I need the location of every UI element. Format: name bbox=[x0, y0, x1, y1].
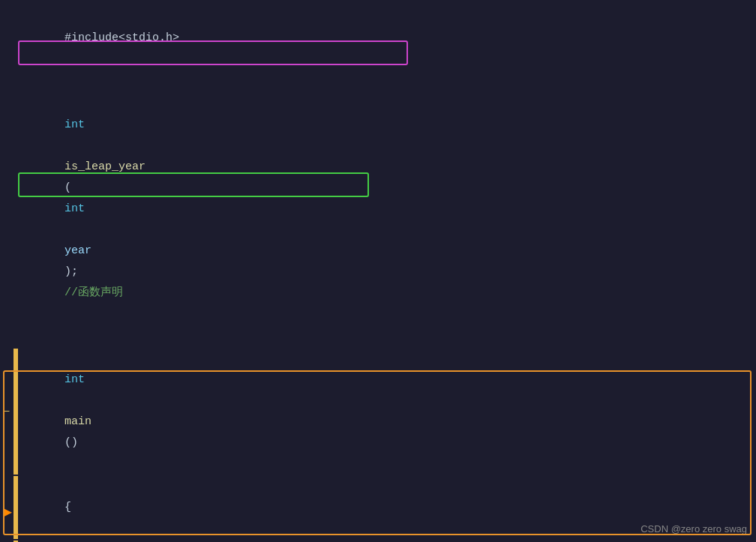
stripe-6 bbox=[14, 476, 18, 539]
stripe-1 bbox=[14, 7, 18, 70]
stripe-5 bbox=[14, 349, 18, 475]
fn-leap-1: is_leap_year bbox=[64, 160, 146, 173]
line-content-2 bbox=[20, 71, 31, 92]
line-content-1: #include<stdio.h> bbox=[20, 7, 179, 70]
arrow-indicator: ▶ bbox=[3, 502, 12, 521]
gutter-5: − bbox=[0, 406, 14, 418]
code-line-3: int is_leap_year ( int year ); //函数声明 bbox=[0, 93, 756, 325]
code-line-1: #include<stdio.h> bbox=[0, 6, 756, 70]
line-content-3: int is_leap_year ( int year ); //函数声明 bbox=[20, 94, 146, 325]
line-content-6: { bbox=[20, 476, 71, 539]
code-editor: #include<stdio.h> int is_leap_year ( int… bbox=[0, 0, 756, 542]
code-line-4 bbox=[0, 325, 756, 348]
kw-int-1: int bbox=[64, 118, 85, 131]
code-line-2 bbox=[0, 70, 756, 93]
collapse-main[interactable]: − bbox=[4, 406, 10, 418]
stripe-4 bbox=[14, 326, 18, 347]
watermark: CSDN @zero zero swag bbox=[640, 523, 747, 535]
code-line-5: − int main () bbox=[0, 348, 756, 475]
stripe-3 bbox=[14, 94, 18, 325]
comment-declaration: //函数声明 bbox=[64, 286, 123, 299]
include-text: #include<stdio.h> bbox=[64, 31, 179, 44]
line-content-4 bbox=[20, 326, 31, 347]
stripe-2 bbox=[14, 71, 18, 92]
line-content-5: int main () bbox=[20, 349, 92, 475]
